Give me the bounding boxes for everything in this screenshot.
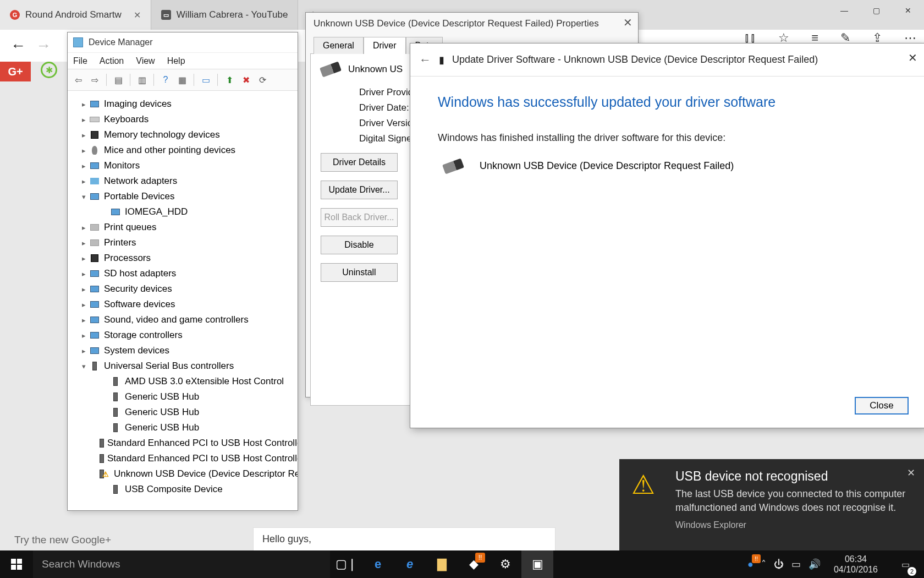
- tree-node[interactable]: Software devices: [70, 297, 295, 312]
- back-button[interactable]: ←: [6, 33, 31, 58]
- tree-node[interactable]: Memory technology devices: [70, 127, 295, 143]
- tb-update-icon[interactable]: ⬆: [222, 73, 237, 87]
- start-button[interactable]: [0, 550, 33, 578]
- tree-node[interactable]: Mice and other pointing devices: [70, 143, 295, 158]
- chevron-icon[interactable]: [79, 285, 89, 293]
- tree-node[interactable]: Generic USB Hub: [70, 405, 295, 420]
- window-close-button[interactable]: ✕: [892, 0, 924, 21]
- chevron-icon[interactable]: [79, 239, 89, 247]
- devmgr-task-icon[interactable]: ▣: [521, 550, 553, 578]
- wizard-titlebar[interactable]: ← ▮ Update Driver Software - Unknown USB…: [410, 43, 924, 77]
- tree-node[interactable]: Portable Devices: [70, 189, 295, 204]
- tree-node[interactable]: Network adapters: [70, 173, 295, 189]
- tree-node[interactable]: Sound, video and game controllers: [70, 312, 295, 328]
- chevron-icon[interactable]: [79, 301, 89, 309]
- chevron-icon[interactable]: [79, 254, 89, 263]
- browser-tab-0[interactable]: G Round Android Smartw ✕: [0, 0, 151, 30]
- chevron-icon[interactable]: [79, 146, 89, 155]
- device-tree[interactable]: Imaging devicesKeyboardsMemory technolog…: [68, 91, 298, 503]
- chevron-icon[interactable]: [79, 177, 89, 186]
- volume-icon[interactable]: 🔊: [809, 558, 821, 570]
- close-icon[interactable]: ✕: [134, 10, 141, 20]
- tree-node[interactable]: Printers: [70, 235, 295, 250]
- update-driver-button[interactable]: Update Driver...: [321, 181, 398, 199]
- tree-node[interactable]: Imaging devices: [70, 96, 295, 112]
- tb-view-icon[interactable]: ▥: [135, 73, 149, 87]
- settings-icon[interactable]: ⚙: [490, 550, 521, 578]
- ie-icon[interactable]: e: [394, 550, 426, 578]
- tree-node[interactable]: Universal Serial Bus controllers: [70, 358, 295, 374]
- gimp-icon[interactable]: ◆!!: [458, 550, 490, 578]
- tree-node[interactable]: Keyboards: [70, 112, 295, 127]
- tab-general[interactable]: General: [314, 37, 364, 54]
- chevron-icon[interactable]: [79, 100, 89, 108]
- menu-view[interactable]: View: [136, 56, 155, 66]
- window-maximize-button[interactable]: ▢: [860, 0, 892, 21]
- edge-icon[interactable]: e: [362, 550, 394, 578]
- chevron-icon[interactable]: [79, 270, 89, 278]
- tree-node[interactable]: Monitors: [70, 158, 295, 173]
- tb-help-icon[interactable]: ?: [158, 73, 173, 87]
- task-view-icon[interactable]: ▢❘: [330, 550, 362, 578]
- close-button[interactable]: Close: [855, 397, 909, 415]
- menu-action[interactable]: Action: [100, 56, 124, 66]
- tb-monitor-icon[interactable]: ▭: [199, 73, 213, 87]
- taskbar-search[interactable]: Search Windows: [33, 550, 330, 578]
- tree-node[interactable]: Generic USB Hub: [70, 420, 295, 435]
- page-disc-icon[interactable]: ✱: [41, 62, 57, 78]
- close-icon[interactable]: ✕: [623, 16, 632, 29]
- tree-node[interactable]: Generic USB Hub: [70, 389, 295, 405]
- chevron-icon[interactable]: [79, 162, 89, 170]
- device-icon: [109, 484, 122, 494]
- tab-driver[interactable]: Driver: [364, 37, 406, 54]
- chevron-icon[interactable]: [79, 193, 89, 201]
- explorer-icon[interactable]: ▇: [426, 550, 458, 578]
- tb-back-icon[interactable]: ⇦: [71, 73, 85, 87]
- chevron-icon[interactable]: [79, 331, 89, 340]
- tb-refresh-icon[interactable]: ⟳: [255, 73, 270, 87]
- tb-props-icon[interactable]: ▤: [111, 73, 125, 87]
- tree-node[interactable]: System devices: [70, 343, 295, 358]
- tree-node[interactable]: AMD USB 3.0 eXtensible Host Control: [70, 374, 295, 389]
- taskbar-clock[interactable]: 06:34 04/10/2016: [828, 554, 883, 575]
- tray-app-icon[interactable]: ●!!: [747, 559, 754, 570]
- tree-node[interactable]: IOMEGA_HDD: [70, 204, 295, 220]
- tb-uninstall-icon[interactable]: ✖: [239, 73, 253, 87]
- tree-node[interactable]: SD host adapters: [70, 266, 295, 281]
- close-icon[interactable]: ✕: [907, 467, 915, 479]
- chevron-icon[interactable]: [79, 316, 89, 324]
- gplus-badge[interactable]: G+: [0, 62, 31, 81]
- chevron-up-icon[interactable]: ˄: [761, 558, 766, 570]
- tree-node[interactable]: Storage controllers: [70, 328, 295, 343]
- devmgr-titlebar[interactable]: Device Manager: [68, 32, 298, 52]
- uninstall-button[interactable]: Uninstall: [321, 263, 398, 282]
- tree-node[interactable]: Print queues: [70, 220, 295, 235]
- tree-node[interactable]: ⚠Unknown USB Device (Device Descriptor R…: [70, 466, 295, 482]
- tree-node[interactable]: USB Composite Device: [70, 482, 295, 497]
- chevron-icon[interactable]: [79, 116, 89, 124]
- tb-forward-icon[interactable]: ⇨: [87, 73, 102, 87]
- notification-toast[interactable]: ⚠ USB device not recognised The last USB…: [619, 459, 924, 552]
- tb-scan-icon[interactable]: ▦: [175, 73, 189, 87]
- network-icon[interactable]: ▭: [791, 558, 801, 570]
- close-icon[interactable]: ✕: [908, 51, 917, 64]
- back-arrow-icon[interactable]: ←: [419, 53, 431, 67]
- disable-button[interactable]: Disable: [321, 236, 398, 254]
- menu-file[interactable]: File: [73, 56, 87, 66]
- window-minimize-button[interactable]: —: [828, 0, 860, 21]
- tree-node[interactable]: Processors: [70, 250, 295, 266]
- tree-node[interactable]: Standard Enhanced PCI to USB Host Contro…: [70, 451, 295, 466]
- chevron-icon[interactable]: [79, 131, 89, 139]
- chevron-icon[interactable]: [79, 223, 89, 232]
- power-icon[interactable]: ⏻: [774, 559, 784, 570]
- driver-details-button[interactable]: Driver Details: [321, 153, 398, 172]
- tree-node[interactable]: Standard Enhanced PCI to USB Host Contro…: [70, 435, 295, 451]
- chevron-icon[interactable]: [79, 347, 89, 355]
- browser-tab-1[interactable]: ▭ William Cabrera - YouTube: [151, 0, 299, 30]
- action-center-icon[interactable]: ▭2: [891, 550, 920, 578]
- menu-help[interactable]: Help: [167, 56, 185, 66]
- forward-button[interactable]: →: [31, 33, 56, 58]
- chevron-icon[interactable]: [79, 362, 89, 370]
- tree-node[interactable]: Security devices: [70, 281, 295, 297]
- props-titlebar[interactable]: Unknown USB Device (Device Descriptor Re…: [306, 13, 638, 35]
